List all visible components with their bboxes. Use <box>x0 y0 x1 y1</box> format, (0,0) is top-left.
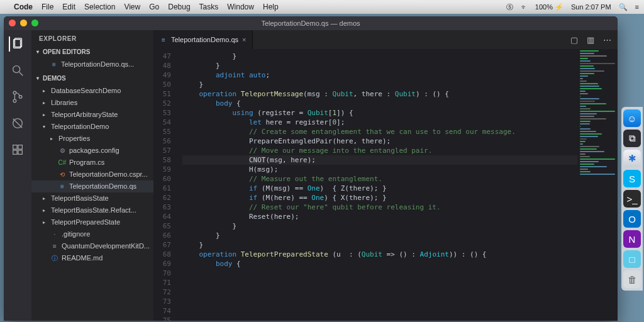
svg-rect-11 <box>13 150 17 154</box>
code-lines[interactable]: } } adjoint auto; } operation TeleportMe… <box>176 49 618 321</box>
editor-tabs: ≡ TeleportationDemo.qs × ▢ ▥ ⋯ <box>153 30 618 49</box>
window-minimize-button[interactable] <box>20 19 27 26</box>
menu-view[interactable]: View <box>124 3 140 11</box>
debug-icon[interactable] <box>10 116 25 131</box>
tree-item[interactable]: ▸DatabaseSearchDemo <box>31 85 153 97</box>
open-editors-section[interactable]: OPEN EDITORS <box>31 47 153 57</box>
menu-edit[interactable]: Edit <box>62 3 75 11</box>
svg-point-6 <box>19 96 22 99</box>
tree-item[interactable]: ▸TeleportArbitraryState <box>31 109 153 121</box>
search-icon[interactable] <box>10 63 25 78</box>
explorer-sidebar: EXPLORER OPEN EDITORS ≡TeleportationDemo… <box>31 30 153 321</box>
window-maximize-button[interactable] <box>31 19 38 26</box>
menu-file[interactable]: File <box>42 3 53 11</box>
tree-item[interactable]: ▸Libraries <box>31 97 153 109</box>
editor-action-more[interactable]: ⋯ <box>603 35 611 45</box>
tab-teleportation-demo[interactable]: ≡ TeleportationDemo.qs × <box>153 30 253 49</box>
tab-label: TeleportationDemo.qs <box>171 36 238 43</box>
notification-center-icon[interactable]: ≡ <box>635 3 639 11</box>
svg-point-5 <box>13 99 16 103</box>
tree-item[interactable]: ▸TeleportBasisState <box>31 192 153 204</box>
tree-item[interactable]: ▸TeleportPreparedState <box>31 216 153 228</box>
svg-rect-10 <box>18 145 22 149</box>
dock-terminal-icon[interactable]: >_ <box>623 190 641 208</box>
dock-box-icon[interactable]: □ <box>623 250 641 268</box>
svg-point-2 <box>13 66 20 73</box>
dock-finder-icon[interactable]: ☺ <box>623 109 641 127</box>
editor-action-layout[interactable]: ▥ <box>587 35 594 45</box>
dock-skype-icon[interactable]: S <box>623 170 641 187</box>
dock-outlook-icon[interactable]: O <box>623 210 641 228</box>
menu-window[interactable]: Window <box>227 3 254 11</box>
tree-item[interactable]: ▾TeleportationDemo <box>31 121 153 133</box>
file-icon: ≡ <box>160 36 167 43</box>
dock-trash-icon[interactable]: 🗑 <box>623 270 641 288</box>
menu-debug[interactable]: Debug <box>168 3 190 11</box>
source-control-icon[interactable] <box>10 89 25 104</box>
code-editor[interactable]: 4748495051525354555657585960616263646566… <box>153 49 618 321</box>
battery-status[interactable]: 100% ⚡ <box>535 3 564 11</box>
menu-help[interactable]: Help <box>263 3 279 11</box>
activity-bar <box>4 30 31 321</box>
tree-item[interactable]: C#Program.cs <box>31 157 153 169</box>
tree-item[interactable]: ·.gitignore <box>31 228 153 240</box>
dock-safari-icon[interactable]: ✱ <box>623 150 641 167</box>
minimap[interactable] <box>577 49 618 321</box>
svg-rect-9 <box>13 145 17 149</box>
menu-go[interactable]: Go <box>149 3 159 11</box>
svg-point-4 <box>13 91 16 94</box>
open-editor-item[interactable]: ≡TeleportationDemo.qs... <box>31 58 153 70</box>
tree-item[interactable]: ≡QuantumDevelopmentKitD... <box>31 240 153 252</box>
app-name[interactable]: Code <box>14 3 33 11</box>
clock: Sun 2:07 PM <box>571 3 611 11</box>
mac-menubar: Code FileEditSelectionViewGoDebugTasksWi… <box>0 0 644 14</box>
window-titlebar: TeleportationDemo.qs — demos <box>4 16 618 30</box>
mac-dock: ☺⧉✱S>_ON□🗑 <box>621 107 643 291</box>
vscode-window: TeleportationDemo.qs — demos EXPLORER OP… <box>4 16 618 321</box>
tree-item[interactable]: ▸TeleportBasisState.Refact... <box>31 204 153 216</box>
tree-item[interactable]: ▸Properties <box>31 133 153 145</box>
sidebar-title: EXPLORER <box>31 30 153 47</box>
editor-action-split[interactable]: ▢ <box>570 35 578 45</box>
explorer-icon[interactable] <box>9 36 25 52</box>
svg-line-3 <box>19 72 23 76</box>
extensions-icon[interactable] <box>10 142 25 157</box>
tree-item[interactable]: ≡TeleportationDemo.qs <box>31 180 153 192</box>
line-gutter: 4748495051525354555657585960616263646566… <box>153 49 176 321</box>
workspace-section[interactable]: DEMOS <box>31 73 153 84</box>
wifi-icon[interactable]: ᯤ <box>521 3 528 11</box>
window-title: TeleportationDemo.qs — demos <box>261 19 360 27</box>
editor-area: ≡ TeleportationDemo.qs × ▢ ▥ ⋯ 474849505… <box>153 30 618 321</box>
dock-onenote-icon[interactable]: N <box>623 230 641 248</box>
tree-item[interactable]: ⓘREADME.md <box>31 252 153 264</box>
menu-tasks[interactable]: Tasks <box>199 3 219 11</box>
svg-rect-12 <box>18 150 22 154</box>
dock-vscode-icon[interactable]: ⧉ <box>623 130 641 147</box>
window-close-button[interactable] <box>9 19 16 26</box>
skype-status-icon[interactable]: ⓢ <box>506 3 513 12</box>
spotlight-icon[interactable]: 🔍 <box>619 3 628 11</box>
menu-selection[interactable]: Selection <box>84 3 115 11</box>
tree-item[interactable]: ⟲TeleportationDemo.cspr... <box>31 169 153 180</box>
tree-item[interactable]: ⚙packages.config <box>31 145 153 157</box>
tab-close-icon[interactable]: × <box>242 36 246 43</box>
